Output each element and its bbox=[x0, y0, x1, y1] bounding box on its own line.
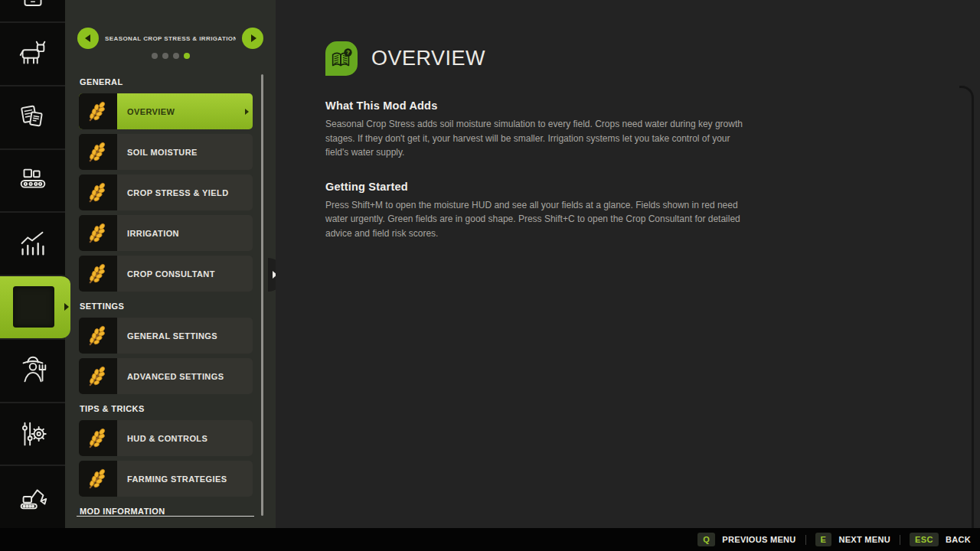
next-category-button[interactable] bbox=[242, 28, 263, 49]
section-header-tips-tricks: TIPS & TRICKS bbox=[80, 404, 253, 413]
statistics-icon bbox=[15, 227, 51, 262]
keybind-label: PREVIOUS MENU bbox=[722, 535, 795, 544]
rail-tab-game-settings[interactable] bbox=[0, 402, 65, 465]
mod-guide-icon bbox=[13, 286, 54, 328]
page-dots bbox=[65, 53, 276, 59]
construction-icon bbox=[15, 480, 51, 515]
chevron-right-icon bbox=[245, 109, 249, 115]
wheat-icon bbox=[79, 461, 117, 497]
map-icon bbox=[15, 0, 51, 14]
footer-divider bbox=[805, 535, 806, 545]
help-book-icon: ? bbox=[325, 41, 358, 76]
mod-title: SEASONAL CROP STRESS & IRRIGATION MA... bbox=[105, 35, 236, 42]
keybind-label: NEXT MENU bbox=[838, 535, 890, 544]
keybind-label: BACK bbox=[946, 535, 971, 544]
chevron-right-icon bbox=[64, 303, 69, 311]
topic-label: SOIL MOISTURE bbox=[117, 148, 198, 157]
topic-label: CROP CONSULTANT bbox=[117, 269, 215, 279]
topic-label: IRRIGATION bbox=[117, 229, 179, 238]
key-badge-q: Q bbox=[697, 533, 715, 546]
footer-divider bbox=[900, 535, 900, 545]
sidebar-scrollbar[interactable] bbox=[261, 74, 263, 516]
page-dot-3[interactable] bbox=[173, 53, 179, 59]
section-heading-getting-started: Getting Started bbox=[325, 181, 754, 193]
prev-category-button[interactable] bbox=[77, 28, 99, 49]
character-icon bbox=[15, 353, 51, 388]
left-rail bbox=[0, 0, 65, 528]
contracts-icon bbox=[15, 99, 51, 135]
rail-tab-animals[interactable] bbox=[0, 21, 65, 85]
page-title: OVERVIEW bbox=[371, 47, 485, 70]
page-dot-1[interactable] bbox=[152, 53, 158, 59]
help-menu-screen: SEASONAL CROP STRESS & IRRIGATION MA... … bbox=[0, 0, 980, 551]
panel-edge bbox=[959, 86, 974, 528]
game-settings-icon bbox=[15, 416, 51, 452]
list-bottom-divider bbox=[77, 516, 254, 517]
footer-keybar: QPREVIOUS MENUENEXT MENUESCBACK bbox=[0, 528, 980, 551]
rail-tab-character[interactable] bbox=[0, 338, 65, 402]
help-topics-list: GENERALOVERVIEWSOIL MOISTURECROP STRESS … bbox=[79, 75, 253, 516]
help-content: ? OVERVIEW What This Mod AddsSeasonal Cr… bbox=[276, 0, 980, 528]
sidebar-header: SEASONAL CROP STRESS & IRRIGATION MA... bbox=[77, 28, 263, 49]
svg-text:?: ? bbox=[346, 49, 350, 56]
key-badge-e: E bbox=[815, 533, 832, 546]
wheat-icon bbox=[79, 215, 117, 251]
page-dot-2[interactable] bbox=[162, 53, 168, 59]
key-badge-esc: ESC bbox=[910, 533, 939, 546]
wheat-icon bbox=[79, 318, 117, 354]
wheat-icon bbox=[79, 420, 117, 456]
help-topic-soil-moisture[interactable]: SOIL MOISTURE bbox=[79, 134, 253, 170]
section-header-general: GENERAL bbox=[80, 77, 253, 86]
help-topic-crop-consultant[interactable]: CROP CONSULTANT bbox=[79, 256, 253, 292]
rail-tab-statistics[interactable] bbox=[0, 211, 65, 275]
section-header-settings: SETTINGS bbox=[80, 302, 253, 311]
section-body-getting-started: Press Shift+M to open the moisture HUD a… bbox=[325, 198, 754, 241]
help-topic-hud-controls[interactable]: HUD & CONTROLS bbox=[79, 420, 253, 456]
content-header: ? OVERVIEW bbox=[325, 41, 485, 76]
help-topic-irrigation[interactable]: IRRIGATION bbox=[79, 215, 253, 251]
arrow-left-icon bbox=[85, 34, 90, 42]
production-icon bbox=[15, 163, 51, 198]
topic-label: GENERAL SETTINGS bbox=[117, 331, 217, 341]
help-topic-general-settings[interactable]: GENERAL SETTINGS bbox=[79, 318, 253, 354]
rail-tab-map[interactable] bbox=[0, 0, 65, 21]
section-header-mod-information: MOD INFORMATION bbox=[80, 507, 253, 516]
keybind-back[interactable]: ESCBACK bbox=[910, 533, 971, 546]
help-sidebar: SEASONAL CROP STRESS & IRRIGATION MA... … bbox=[65, 0, 276, 528]
wheat-icon bbox=[79, 93, 117, 129]
wheat-icon bbox=[79, 358, 117, 394]
keybind-previous-menu[interactable]: QPREVIOUS MENU bbox=[697, 533, 795, 546]
topic-label: HUD & CONTROLS bbox=[117, 434, 207, 443]
topic-label: OVERVIEW bbox=[117, 107, 175, 116]
content-sections: What This Mod AddsSeasonal Crop Stress a… bbox=[325, 99, 754, 262]
arrow-right-icon bbox=[251, 34, 256, 42]
animals-icon bbox=[15, 36, 51, 71]
topic-label: ADVANCED SETTINGS bbox=[117, 372, 224, 381]
section-heading-what-this-mod-adds: What This Mod Adds bbox=[325, 99, 754, 112]
wheat-icon bbox=[79, 256, 117, 292]
topic-label: CROP STRESS & YIELD bbox=[117, 188, 229, 197]
help-topic-overview[interactable]: OVERVIEW bbox=[79, 93, 253, 129]
page-dot-4[interactable] bbox=[184, 53, 190, 59]
rail-tab-contracts[interactable] bbox=[0, 85, 65, 148]
rail-tab-mod-guide[interactable] bbox=[0, 275, 70, 338]
rail-tab-production[interactable] bbox=[0, 148, 65, 212]
section-body-what-this-mod-adds: Seasonal Crop Stress adds soil moisture … bbox=[325, 117, 754, 160]
keybind-next-menu[interactable]: ENEXT MENU bbox=[815, 533, 890, 546]
wheat-icon bbox=[79, 134, 117, 170]
rail-tab-construction[interactable] bbox=[0, 465, 65, 528]
help-topic-crop-stress-yield[interactable]: CROP STRESS & YIELD bbox=[79, 174, 253, 210]
topic-label: FARMING STRATEGIES bbox=[117, 474, 227, 484]
help-topic-farming-strategies[interactable]: FARMING STRATEGIES bbox=[79, 461, 253, 497]
help-topic-advanced-settings[interactable]: ADVANCED SETTINGS bbox=[79, 358, 253, 394]
wheat-icon bbox=[79, 174, 117, 210]
